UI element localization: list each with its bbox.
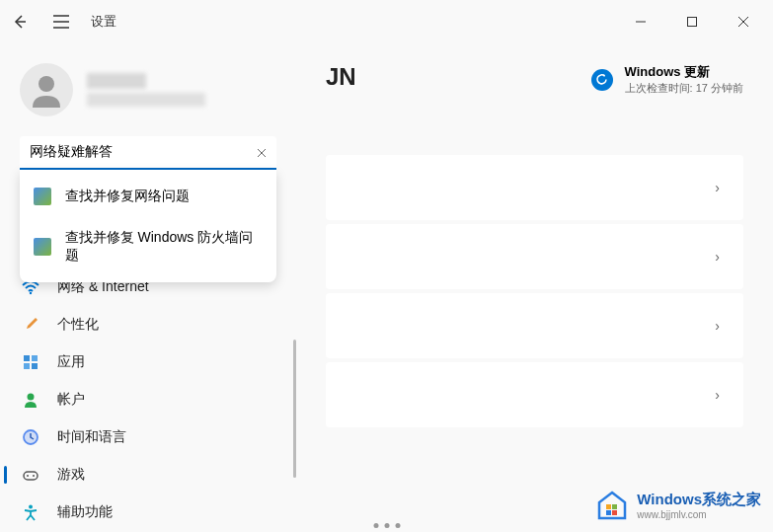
menu-button[interactable] [49,10,73,34]
clear-icon [257,148,267,158]
sidebar-item-accessibility[interactable]: 辅助功能 [8,494,288,531]
update-title: Windows 更新 [625,63,743,81]
gamepad-icon [22,466,39,484]
sidebar: 查找并修复网络问题 查找并修复 Windows 防火墙问题 网络 & Inter… [0,43,296,532]
svg-point-13 [29,505,33,509]
watermark-text: Windows系统之家 www.bjjmlv.com [637,491,761,520]
watermark-url: www.bjjmlv.com [637,509,761,520]
window-controls [619,6,765,38]
chevron-right-icon: › [715,387,720,403]
svg-point-11 [27,475,29,477]
page-title: JN [326,63,356,91]
sidebar-item-accounts[interactable]: 帐户 [8,381,288,418]
svg-rect-6 [32,363,38,369]
svg-point-7 [28,394,35,401]
sidebar-item-personalization[interactable]: 个性化 [8,306,288,343]
settings-row[interactable]: › [326,293,743,358]
user-email [87,93,205,107]
svg-point-1 [39,76,54,92]
svg-rect-14 [606,504,611,509]
brush-icon [22,316,39,334]
search-wrapper: 查找并修复网络问题 查找并修复 Windows 防火墙问题 [0,136,296,170]
watermark-title: Windows系统之家 [637,491,761,509]
search-dropdown: 查找并修复网络问题 查找并修复 Windows 防火墙问题 [20,170,276,282]
avatar [20,63,73,116]
close-button[interactable] [722,6,765,38]
svg-point-12 [33,475,35,477]
sidebar-item-label: 应用 [57,353,85,371]
search-result-label: 查找并修复网络问题 [65,188,190,205]
dot [384,523,389,528]
titlebar: 设置 [0,0,773,43]
dot [395,523,400,528]
troubleshoot-icon [34,188,51,205]
sidebar-item-time-language[interactable]: 时间和语言 [8,418,288,456]
minimize-icon [635,16,647,28]
chevron-right-icon: › [715,180,720,195]
sidebar-item-gaming[interactable]: 游戏 [8,456,288,494]
back-icon [12,14,28,30]
content: 查找并修复网络问题 查找并修复 Windows 防火墙问题 网络 & Inter… [0,43,773,532]
windows-update-card[interactable]: Windows 更新 上次检查时间: 17 分钟前 [591,63,743,96]
dot [373,523,378,528]
nav-list: 网络 & Internet 个性化 应用 帐户 [0,268,296,531]
update-subtitle: 上次检查时间: 17 分钟前 [625,81,743,96]
sidebar-item-label: 时间和语言 [57,428,126,446]
troubleshoot-icon [34,238,51,256]
svg-rect-10 [24,472,38,480]
svg-rect-16 [606,510,611,515]
svg-rect-17 [612,510,617,515]
main-header: JN Windows 更新 上次检查时间: 17 分钟前 [326,63,743,96]
refresh-icon [591,69,613,91]
user-name [87,73,146,89]
settings-row[interactable]: › [326,155,743,220]
maximize-icon [686,16,698,28]
watermark-icon [593,489,631,522]
titlebar-left: 设置 [8,10,116,34]
settings-list: › › › › [326,155,743,427]
apps-icon [22,353,39,371]
user-info [87,73,205,107]
sidebar-item-label: 辅助功能 [57,503,113,521]
svg-rect-15 [612,504,617,509]
avatar-icon [27,70,66,110]
sidebar-item-label: 帐户 [57,391,85,409]
bottom-dots [373,523,400,528]
search-result[interactable]: 查找并修复 Windows 防火墙问题 [20,217,276,276]
watermark: Windows系统之家 www.bjjmlv.com [593,489,761,522]
maximize-button[interactable] [670,6,714,38]
clock-icon [22,428,39,446]
accessibility-icon [22,503,39,521]
search-result[interactable]: 查找并修复网络问题 [20,176,276,217]
svg-rect-3 [24,355,30,361]
main-panel: JN Windows 更新 上次检查时间: 17 分钟前 › › › [296,43,773,532]
settings-row[interactable]: › [326,362,743,427]
svg-rect-5 [24,363,30,369]
menu-icon [53,15,69,29]
minimize-button[interactable] [619,6,662,38]
search-result-label: 查找并修复 Windows 防火墙问题 [65,229,263,265]
back-button[interactable] [8,10,32,34]
svg-rect-0 [688,18,697,27]
svg-point-2 [30,292,32,294]
sidebar-item-label: 个性化 [57,316,99,334]
search-clear-button[interactable] [257,145,267,161]
sidebar-item-apps[interactable]: 应用 [8,343,288,381]
app-title: 设置 [91,13,116,31]
svg-rect-4 [32,355,38,361]
person-icon [22,391,39,409]
user-section[interactable] [0,55,296,136]
search-input[interactable] [20,136,276,170]
chevron-right-icon: › [715,249,720,265]
sidebar-item-label: 游戏 [57,466,85,484]
settings-row[interactable]: › [326,224,743,289]
update-text: Windows 更新 上次检查时间: 17 分钟前 [625,63,743,96]
chevron-right-icon: › [715,318,720,334]
close-icon [737,16,749,28]
